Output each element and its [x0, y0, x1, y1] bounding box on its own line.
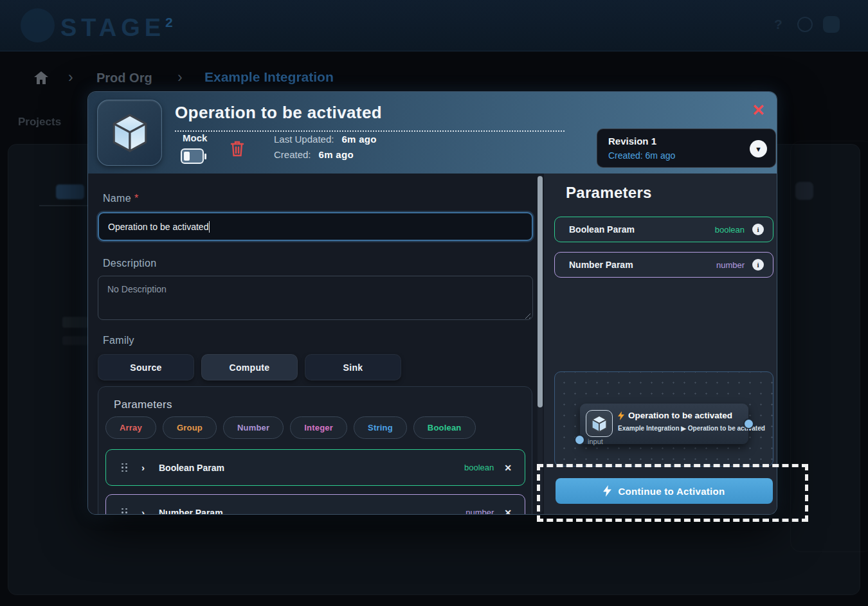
background-tab-blob	[56, 184, 84, 199]
info-icon[interactable]: i	[752, 224, 764, 235]
node-subtitle: Example Integration ▶ Operation to be ac…	[618, 425, 765, 432]
add-integer-param-button[interactable]: Integer	[290, 416, 347, 439]
remove-param-icon[interactable]: ✕	[504, 508, 512, 515]
required-marker: *	[134, 193, 139, 204]
top-navbar: STAGE2 ?	[0, 0, 868, 51]
last-updated-value: 6m ago	[341, 134, 376, 145]
breadcrumb-separator: ›	[68, 69, 73, 86]
drag-handle-icon[interactable]	[122, 463, 127, 472]
background-side-card	[790, 141, 868, 552]
node-title-row: Operation to be activated	[618, 411, 732, 420]
modal-meta: Last Updated:6m ago Created:6m ago	[274, 132, 377, 163]
avatar[interactable]	[823, 16, 840, 33]
continue-button-label: Continue to Activation	[618, 486, 725, 497]
family-label: Family	[103, 335, 134, 346]
name-label: Name*	[103, 193, 138, 204]
parameters-card: Parameters Array Group Number Integer St…	[98, 386, 532, 514]
lightning-icon	[603, 485, 611, 497]
param-type-badge: number	[466, 508, 494, 514]
name-input-value: Operation to be activated	[108, 222, 208, 232]
panel-param-boolean[interactable]: Boolean Param boolean i	[554, 217, 773, 242]
background-text-blob	[62, 317, 88, 328]
scrollbar-track[interactable]	[538, 175, 543, 513]
drag-handle-icon[interactable]	[122, 508, 127, 514]
brand-text: STAGE	[60, 14, 165, 41]
add-array-param-button[interactable]: Array	[105, 416, 156, 439]
revision-created: Created: 6m ago	[608, 150, 675, 161]
family-option-sink[interactable]: Sink	[305, 354, 401, 380]
family-option-compute[interactable]: Compute	[201, 354, 298, 380]
input-port[interactable]	[575, 436, 584, 444]
close-icon[interactable]: ✕	[752, 101, 765, 120]
param-name: Boolean Param	[159, 463, 224, 473]
brand-logo-icon	[21, 8, 55, 42]
lightning-icon	[618, 411, 624, 420]
cube-icon	[111, 112, 149, 154]
param-row-boolean[interactable]: › Boolean Param boolean ✕	[105, 449, 525, 486]
breadcrumb-separator: ›	[177, 69, 183, 86]
scrollbar-thumb[interactable]	[538, 176, 543, 407]
continue-to-activation-button[interactable]: Continue to Activation	[556, 478, 773, 504]
mock-label: Mock	[183, 132, 207, 143]
parameters-panel: Parameters Boolean Param boolean i Numbe…	[544, 174, 777, 514]
breadcrumb-integration[interactable]: Example Integration	[204, 69, 334, 85]
notifications-icon[interactable]	[797, 17, 813, 32]
last-updated-label: Last Updated:	[274, 134, 334, 145]
param-row-number[interactable]: › Number Param number ✕	[105, 494, 525, 514]
param-type-badge: number	[716, 260, 745, 270]
panel-param-number[interactable]: Number Param number i	[554, 252, 773, 278]
panel-heading: Parameters	[566, 184, 652, 202]
description-input[interactable]	[98, 276, 533, 320]
expand-chevron-icon[interactable]: ›	[141, 507, 145, 514]
param-type-badge: boolean	[715, 225, 745, 235]
parameter-type-chips: Array Group Number Integer String Boolea…	[105, 416, 476, 439]
operation-icon-tile	[97, 100, 162, 166]
brand-sup: 2	[165, 15, 177, 30]
breadcrumb-org[interactable]: Prod Org	[96, 71, 152, 85]
operation-node[interactable]: Operation to be activated Example Integr…	[580, 404, 748, 444]
remove-param-icon[interactable]: ✕	[504, 463, 512, 473]
param-name: Number Param	[569, 260, 633, 270]
parameters-heading: Parameters	[114, 398, 172, 411]
revision-name: Revision 1	[608, 136, 656, 147]
revision-dropdown[interactable]: Revision 1 Created: 6m ago ▼	[597, 129, 776, 168]
family-option-source[interactable]: Source	[98, 354, 194, 380]
name-input[interactable]: Operation to be activated	[98, 212, 533, 241]
expand-chevron-icon[interactable]: ›	[141, 462, 145, 473]
operation-form: Name* Operation to be activated Descript…	[88, 174, 539, 514]
output-port[interactable]	[745, 420, 753, 428]
brand-title: STAGE2	[60, 14, 177, 42]
add-string-param-button[interactable]: String	[354, 416, 407, 439]
add-number-param-button[interactable]: Number	[223, 416, 284, 439]
help-icon[interactable]: ?	[774, 17, 782, 32]
name-label-text: Name	[103, 193, 131, 204]
node-title: Operation to be activated	[628, 411, 732, 420]
add-boolean-param-button[interactable]: Boolean	[413, 416, 476, 439]
operation-modal: Operation to be activated Mock Last Upda…	[88, 92, 777, 514]
param-name: Boolean Param	[569, 224, 635, 235]
chevron-down-icon[interactable]: ▼	[750, 140, 767, 157]
cube-icon	[586, 410, 613, 437]
add-group-param-button[interactable]: Group	[163, 416, 217, 439]
delete-icon[interactable]	[230, 139, 245, 160]
created-value: 6m ago	[319, 149, 354, 160]
node-preview-canvas: Operation to be activated Example Integr…	[554, 371, 773, 467]
created-label: Created:	[274, 149, 311, 160]
modal-header: Operation to be activated Mock Last Upda…	[88, 92, 777, 174]
param-type-badge: boolean	[464, 463, 494, 472]
screen: STAGE2 ? › Prod Org › Example Integratio…	[0, 0, 868, 606]
projects-label: Projects	[18, 116, 61, 129]
param-name: Number Param	[159, 508, 223, 515]
info-icon[interactable]: i	[752, 259, 764, 271]
mock-toggle[interactable]	[181, 148, 204, 164]
description-label: Description	[103, 258, 156, 269]
modal-title: Operation to be activated	[175, 103, 382, 123]
text-cursor	[209, 221, 210, 233]
input-port-label: input	[588, 438, 603, 445]
home-icon[interactable]	[33, 71, 49, 87]
